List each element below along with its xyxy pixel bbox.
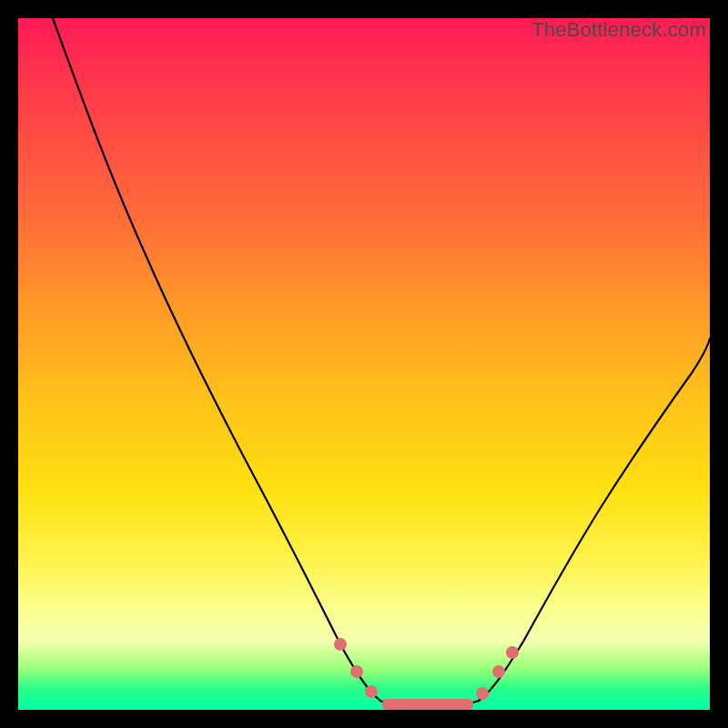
watermark-label: TheBottleneck.com xyxy=(531,18,706,42)
plot-area: TheBottleneck.com xyxy=(18,18,710,710)
marker-trough-bar xyxy=(382,699,473,710)
marker-dot xyxy=(350,665,363,678)
marker-dot xyxy=(492,665,505,678)
marker-dot xyxy=(334,638,347,651)
marker-dot xyxy=(476,687,489,700)
curve-svg xyxy=(18,18,710,710)
marker-dot xyxy=(506,646,519,659)
left-branch-path xyxy=(53,18,380,701)
outer-black-frame: TheBottleneck.com xyxy=(0,0,728,728)
marker-dot xyxy=(365,685,378,698)
